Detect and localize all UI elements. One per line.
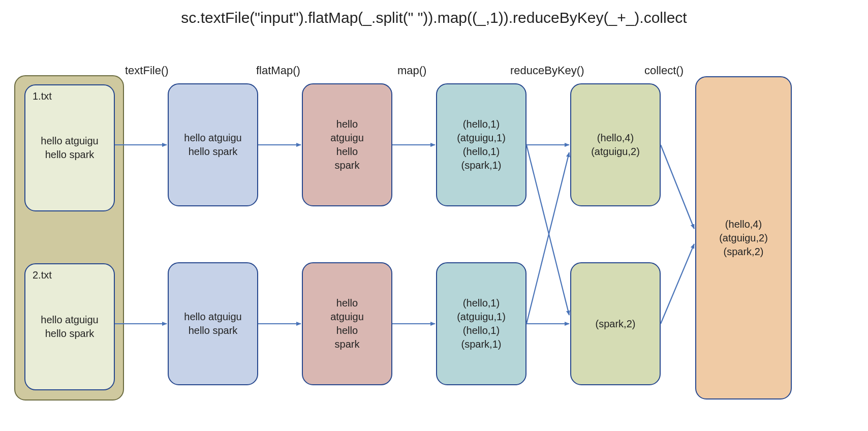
arrow-reduce1-to-collect — [661, 145, 694, 229]
label-map: map() — [397, 64, 426, 77]
file-2-line2: hello spark — [45, 327, 95, 341]
map-out-2-l2: (atguigu,1) — [457, 310, 506, 324]
reduce-out-1: (hello,4) (atguigu,2) — [570, 83, 661, 206]
code-title: sc.textFile("input").flatMap(_.split(" "… — [0, 9, 868, 26]
textfile-out-1-l1: hello atguigu — [184, 131, 241, 145]
flatmap-out-2-l3: hello — [336, 324, 358, 337]
map-out-1-l3: (hello,1) — [463, 145, 500, 159]
collect-out-l3: (spark,2) — [724, 245, 764, 259]
map-out-2-l1: (hello,1) — [463, 296, 500, 310]
file-2-content: hello atguigu hello spark — [25, 264, 114, 389]
flatmap-out-1-l4: spark — [335, 159, 360, 172]
collect-out-l2: (atguigu,2) — [719, 231, 768, 245]
file-1-content: hello atguigu hello spark — [25, 85, 114, 210]
textfile-out-2-l1: hello atguigu — [184, 310, 241, 324]
flatmap-out-1-l2: atguigu — [330, 131, 364, 145]
flatmap-out-1-l3: hello — [336, 145, 358, 159]
map-out-1: (hello,1) (atguigu,1) (hello,1) (spark,1… — [436, 83, 526, 206]
arrow-map2-to-reduce1 — [526, 152, 569, 324]
label-textfile: textFile() — [125, 64, 169, 77]
collect-out-l1: (hello,4) — [725, 218, 762, 231]
arrow-reduce2-to-collect — [661, 244, 694, 324]
file-2-name: 2.txt — [33, 269, 52, 281]
label-flatmap: flatMap() — [256, 64, 300, 77]
flatmap-out-2-l2: atguigu — [330, 310, 364, 324]
reduce-out-1-l1: (hello,4) — [597, 131, 634, 145]
textfile-out-2-l2: hello spark — [189, 324, 238, 337]
reduce-out-1-l2: (atguigu,2) — [591, 145, 640, 159]
file-2-line1: hello atguigu — [41, 313, 98, 327]
flatmap-out-2-l4: spark — [335, 337, 360, 351]
map-out-1-l1: (hello,1) — [463, 117, 500, 131]
label-reducebykey: reduceByKey() — [510, 64, 584, 77]
map-out-2-l3: (hello,1) — [463, 324, 500, 337]
file-1-name: 1.txt — [33, 90, 52, 102]
reduce-out-2: (spark,2) — [570, 262, 661, 385]
label-collect: collect() — [644, 64, 684, 77]
textfile-out-2: hello atguigu hello spark — [168, 262, 258, 385]
file-1: 1.txt hello atguigu hello spark — [24, 84, 115, 211]
map-out-2-l4: (spark,1) — [461, 337, 502, 351]
map-out-2: (hello,1) (atguigu,1) (hello,1) (spark,1… — [436, 262, 526, 385]
flatmap-out-2-l1: hello — [336, 296, 358, 310]
file-1-line2: hello spark — [45, 148, 95, 162]
flatmap-out-2: hello atguigu hello spark — [302, 262, 392, 385]
map-out-1-l2: (atguigu,1) — [457, 131, 506, 145]
arrow-map1-to-reduce2 — [526, 145, 569, 315]
collect-out: (hello,4) (atguigu,2) (spark,2) — [695, 76, 792, 399]
textfile-out-1-l2: hello spark — [189, 145, 238, 159]
file-1-line1: hello atguigu — [41, 134, 98, 148]
reduce-out-2-l1: (spark,2) — [596, 317, 636, 331]
file-2: 2.txt hello atguigu hello spark — [24, 263, 115, 390]
flatmap-out-1: hello atguigu hello spark — [302, 83, 392, 206]
flatmap-out-1-l1: hello — [336, 117, 358, 131]
textfile-out-1: hello atguigu hello spark — [168, 83, 258, 206]
map-out-1-l4: (spark,1) — [461, 159, 502, 172]
